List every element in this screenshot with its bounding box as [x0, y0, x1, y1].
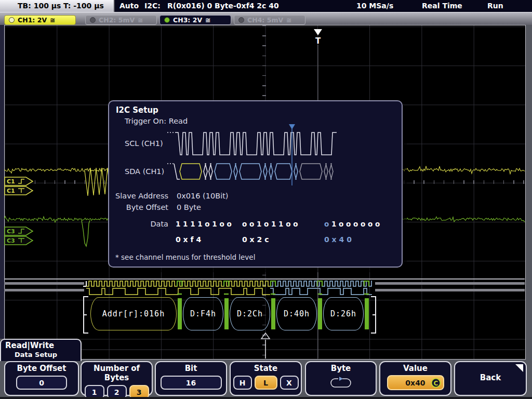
- decode-data-box-3: D:40h: [276, 297, 317, 330]
- c3-trigger-tag-label: C3: [7, 228, 15, 235]
- channel-4-state-icon: [238, 17, 244, 23]
- byte-offset-label: Byte Offset: [114, 203, 168, 211]
- ack-bar: [365, 298, 369, 329]
- c3-level-tag-label: C3: [7, 237, 15, 244]
- bit-value-button[interactable]: 16: [161, 376, 222, 390]
- c3-trigger-tag[interactable]: C3: [4, 227, 34, 236]
- byte2-bits: o o 1 o 1 1 o o: [242, 220, 298, 228]
- tab-channel-3[interactable]: CH3: 2V≅: [159, 15, 231, 25]
- c1-level-tag-label: C1: [7, 188, 15, 194]
- number-of-bytes-label: Number of Bytes: [82, 364, 152, 382]
- byte1-hex: 0 x f 4: [176, 235, 201, 244]
- byte3-rest-bits: 1 o o o o o o: [331, 220, 380, 228]
- channel-3-state-icon: [164, 17, 170, 23]
- softkey-state[interactable]: State H L X: [230, 361, 302, 396]
- trigger-mode: Auto: [119, 0, 139, 11]
- left-margin: [0, 25, 4, 339]
- slave-address-value: 0x016 (10Bit): [177, 192, 229, 200]
- channel-1-state-icon: [9, 17, 15, 23]
- channel-4-label: CH4: 5mV: [247, 16, 283, 24]
- tab-channel-2[interactable]: CH2: 5mV≅: [85, 15, 157, 25]
- acquisition-mode: Real Time: [422, 0, 462, 11]
- channel-3-coupling-icon: ≅: [205, 16, 210, 24]
- sample-rate: 10 MSa/s: [356, 0, 393, 11]
- trigger-time-value: T: -100 µs: [63, 0, 104, 12]
- softkey-back[interactable]: Back: [454, 361, 527, 396]
- decode-data-box-2: D:2Ch: [230, 297, 270, 330]
- channel-4-coupling-icon: ≅: [286, 16, 291, 24]
- softkey-bit[interactable]: Bit 16: [155, 361, 227, 396]
- softkey-byte[interactable]: Byte: [305, 361, 377, 396]
- c1-trigger-tag[interactable]: C1: [4, 177, 34, 186]
- dialog-trigger-marker-icon: [289, 124, 295, 129]
- c3-level-tag[interactable]: C3: [4, 236, 34, 245]
- value-label: Value: [380, 364, 450, 373]
- c1-trigger-tag-label: C1: [7, 178, 15, 185]
- ack-bar: [224, 298, 229, 329]
- rotary-knob-letter: C: [433, 380, 438, 387]
- byte3-hex: 0 x 4 0: [324, 235, 352, 244]
- softkey-value[interactable]: Value 0x40 C: [379, 361, 451, 396]
- channel-1-coupling-icon: ≅: [50, 16, 55, 24]
- timebase-block: TB: 100 µs T: -100 µs: [0, 0, 115, 12]
- state-l-button[interactable]: L: [255, 376, 277, 390]
- byte-offset-softkey-label: Byte Offset: [5, 364, 78, 373]
- channel-2-state-icon: [90, 17, 96, 23]
- byte-loop-icon[interactable]: [328, 377, 353, 389]
- run-state: Run: [487, 0, 503, 11]
- softkey-number-of-bytes[interactable]: Number of Bytes 1 2 3: [81, 361, 153, 396]
- softkey-byte-offset[interactable]: Byte Offset 0: [4, 361, 79, 396]
- byte-offset-value: 0 Byte: [177, 203, 201, 211]
- byte-offset-value-button[interactable]: 0: [16, 376, 67, 390]
- tab-channel-1[interactable]: CH1: 2V≅: [4, 15, 76, 25]
- ack-bar: [178, 298, 182, 329]
- menu-tab-line1: Read|Write: [5, 341, 54, 350]
- bit-label: Bit: [156, 364, 226, 373]
- menu-tab-line2: Data Setup: [15, 351, 57, 358]
- more-pages-icon: [515, 364, 523, 372]
- byte-label: Byte: [306, 364, 376, 373]
- timebase-value: TB: 100 µs: [18, 0, 61, 12]
- channel-3-label: CH3: 2V: [173, 16, 202, 24]
- state-label: State: [231, 364, 301, 373]
- decode-address-box: Addr[r]:016h: [90, 297, 177, 330]
- byte3-first-bit: o: [324, 220, 329, 228]
- channel-2-label: CH2: 5mV: [99, 16, 135, 24]
- bottom-edge: [0, 397, 532, 399]
- i2c-setup-dialog: I2C Setup Trigger On: Read SCL (CH1) SDA…: [108, 100, 403, 268]
- bus-label: I2C:: [144, 0, 161, 11]
- value-text: 0x40: [405, 379, 425, 387]
- state-h-button[interactable]: H: [233, 376, 252, 390]
- bus-status: R(0x016) 0 Byte-0xf4 2c 40: [167, 0, 279, 11]
- slave-address-label: Slave Address: [114, 192, 168, 200]
- rotary-knob-icon: C: [430, 377, 442, 389]
- channel-1-label: CH1: 2V: [18, 16, 47, 24]
- c1-level-tag[interactable]: C1: [4, 186, 34, 195]
- ack-bar: [318, 298, 322, 329]
- decode-data-box-1: D:F4h: [183, 297, 223, 330]
- dialog-footnote: * see channel menus for threshold level: [115, 253, 255, 261]
- ack-bar: [271, 298, 275, 329]
- byte2-hex: 0 x 2 c: [242, 235, 269, 244]
- oscilloscope-screen: { "topbar": { "timebase": "TB: 100 µs", …: [0, 0, 532, 399]
- byte3-bits: o 1 o o o o o o: [324, 220, 380, 228]
- decode-data-box-4: D:26h: [323, 297, 364, 330]
- scl-preview-trace: [175, 132, 337, 155]
- back-label: Back: [455, 373, 526, 382]
- sda-preview-trace: [180, 164, 333, 179]
- value-button[interactable]: 0x40 C: [387, 375, 444, 390]
- channel-2-coupling-icon: ≅: [138, 16, 143, 24]
- menu-tab-read-write-data-setup[interactable]: Read|Write Data Setup: [0, 339, 82, 361]
- data-label: Data: [114, 220, 168, 228]
- state-x-button[interactable]: X: [280, 376, 299, 390]
- byte1-bits: 1 1 1 1 o 1 o o: [176, 220, 232, 228]
- tab-channel-4[interactable]: CH4: 5mV≅: [234, 15, 305, 25]
